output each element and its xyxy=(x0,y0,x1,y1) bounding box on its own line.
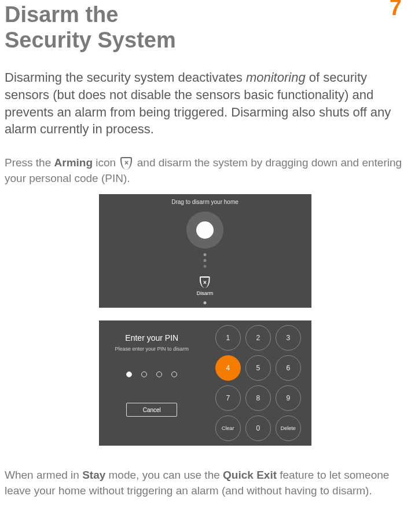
note-pre: When armed in xyxy=(5,469,82,481)
key-5[interactable]: 5 xyxy=(245,355,271,381)
key-clear[interactable]: Clear xyxy=(215,416,241,441)
document-page: 7 Disarm the Security System Disarming t… xyxy=(0,0,411,511)
trail-dot xyxy=(204,265,207,268)
key-1[interactable]: 1 xyxy=(215,325,241,351)
pin-subtext: Please enter your PIN to disarm xyxy=(115,346,189,352)
pin-dot-empty xyxy=(141,371,147,377)
screenshot-drag-disarm: Drag to disarm your home Disarm xyxy=(99,194,311,308)
note-bold-stay: Stay xyxy=(82,469,105,481)
page-title: Disarm the Security System xyxy=(5,2,405,53)
pin-dot-empty xyxy=(156,371,162,377)
drag-prompt-text: Drag to disarm your home xyxy=(99,199,311,205)
pin-dot-filled xyxy=(126,371,132,377)
drag-handle-knob[interactable] xyxy=(196,221,214,239)
instruction-paragraph: Press the Arming icon and disarm the sys… xyxy=(5,155,405,186)
key-6[interactable]: 6 xyxy=(276,355,301,381)
drag-handle-outer[interactable] xyxy=(186,212,223,249)
pin-heading: Enter your PIN xyxy=(125,333,178,342)
intro-emphasis: monitoring xyxy=(246,70,306,85)
stay-mode-note: When armed in Stay mode, you can use the… xyxy=(5,468,405,498)
disarm-shield-icon xyxy=(200,276,210,288)
cancel-button[interactable]: Cancel xyxy=(126,403,177,417)
pin-keypad: 1 2 3 4 5 6 7 8 9 Clear 0 Delete xyxy=(215,325,301,441)
trail-dot xyxy=(204,259,207,262)
key-0[interactable]: 0 xyxy=(245,416,271,441)
page-header: 7 Disarm the Security System xyxy=(5,0,405,53)
page-number: 7 xyxy=(390,0,402,20)
pin-right-panel: 1 2 3 4 5 6 7 8 9 Clear 0 Delete xyxy=(205,320,311,446)
disarm-label: Disarm xyxy=(197,290,214,296)
title-line-1: Disarm the xyxy=(5,2,118,27)
key-7[interactable]: 7 xyxy=(215,385,241,411)
intro-text-1: Disarming the security system deactivate… xyxy=(5,70,246,85)
note-mid: mode, you can use the xyxy=(105,469,223,481)
key-8[interactable]: 8 xyxy=(245,385,271,411)
pin-dot-empty xyxy=(171,371,177,377)
instruction-pre: Press the xyxy=(5,156,54,169)
drag-trail-dots xyxy=(204,253,207,268)
instruction-mid: icon xyxy=(93,156,119,169)
pin-progress-dots xyxy=(126,371,177,377)
intro-paragraph: Disarming the security system deactivate… xyxy=(5,69,405,138)
page-indicator-dot xyxy=(204,301,207,304)
key-2[interactable]: 2 xyxy=(245,325,271,351)
key-3[interactable]: 3 xyxy=(276,325,301,351)
arming-shield-icon xyxy=(120,157,132,170)
disarm-target[interactable]: Disarm xyxy=(197,276,214,296)
screenshot-pin-entry: Enter your PIN Please enter your PIN to … xyxy=(99,320,311,446)
trail-dot xyxy=(204,253,207,256)
pin-left-panel: Enter your PIN Please enter your PIN to … xyxy=(99,320,206,446)
title-line-2: Security System xyxy=(5,28,176,52)
note-bold-quickexit: Quick Exit xyxy=(223,469,277,481)
key-4[interactable]: 4 xyxy=(215,355,241,381)
figure-stack: Drag to disarm your home Disarm Enter yo… xyxy=(5,194,405,446)
key-9[interactable]: 9 xyxy=(276,385,301,411)
instruction-bold-arming: Arming xyxy=(54,156,93,169)
key-delete[interactable]: Delete xyxy=(276,416,301,441)
